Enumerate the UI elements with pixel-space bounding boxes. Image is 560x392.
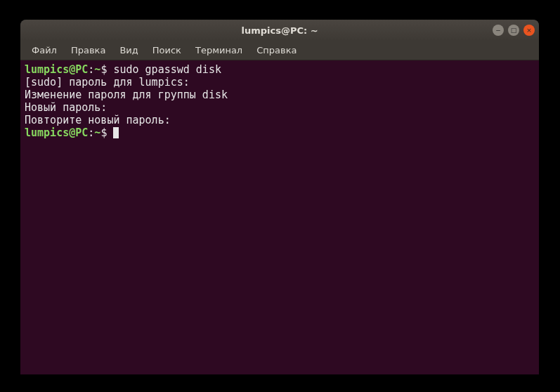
window-title: lumpics@PC: ~ [241, 25, 318, 36]
menu-help[interactable]: Справка [249, 42, 304, 58]
menu-file[interactable]: Файл [25, 42, 64, 58]
menu-view[interactable]: Вид [112, 42, 145, 58]
output-text: Повторите новый пароль: [25, 114, 171, 126]
command-text: sudo gpasswd disk [113, 63, 221, 76]
minimize-icon: − [495, 27, 501, 34]
prompt-dollar: $ [100, 126, 107, 139]
output-text: Изменение пароля для группы disk [25, 89, 228, 101]
menu-search[interactable]: Поиск [145, 42, 188, 58]
window-controls: − □ × [493, 25, 535, 36]
menubar: Файл Правка Вид Поиск Терминал Справка [20, 41, 539, 60]
minimize-button[interactable]: − [493, 25, 504, 36]
prompt-dollar: $ [100, 63, 107, 76]
output-text: [sudo] пароль для lumpics: [25, 76, 190, 89]
output-text: Новый пароль: [25, 101, 107, 114]
menu-terminal[interactable]: Терминал [188, 42, 249, 58]
menu-edit[interactable]: Правка [64, 42, 112, 58]
terminal-window: lumpics@PC: ~ − □ × Файл Правка Вид Поис… [20, 20, 539, 374]
maximize-icon: □ [511, 27, 517, 34]
terminal-line: lumpics@PC:~$ [25, 126, 535, 139]
close-button[interactable]: × [523, 25, 535, 36]
prompt-sep: : [88, 126, 94, 139]
terminal-body[interactable]: lumpics@PC:~$ sudo gpasswd disk [sudo] п… [20, 60, 539, 374]
terminal-line: Новый пароль: [25, 101, 535, 114]
terminal-line: lumpics@PC:~$ sudo gpasswd disk [25, 63, 535, 76]
terminal-line: Повторите новый пароль: [25, 114, 535, 126]
terminal-line: Изменение пароля для группы disk [25, 89, 535, 101]
prompt-sep: : [88, 63, 94, 76]
cursor-icon [113, 127, 119, 138]
terminal-line: [sudo] пароль для lumpics: [25, 76, 535, 89]
prompt-user: lumpics@PC [25, 126, 88, 139]
close-icon: × [526, 27, 532, 34]
maximize-button[interactable]: □ [508, 25, 519, 36]
titlebar[interactable]: lumpics@PC: ~ − □ × [20, 20, 539, 41]
prompt-user: lumpics@PC [25, 63, 88, 76]
